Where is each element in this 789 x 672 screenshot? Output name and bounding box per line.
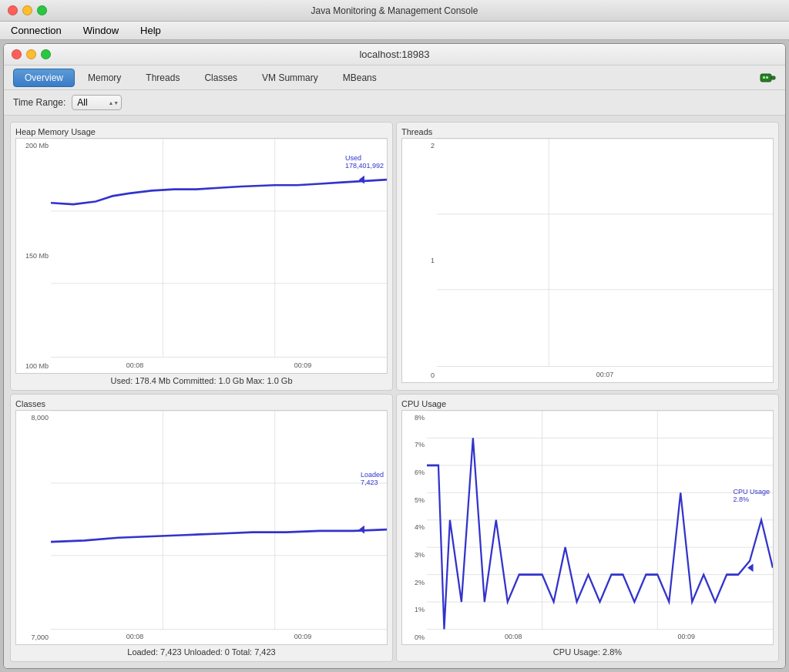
heap-y-150: 150 Mb (16, 252, 51, 260)
menu-connection[interactable]: Connection (6, 23, 66, 38)
classes-svg (51, 411, 387, 630)
window-controls[interactable] (8, 5, 47, 15)
cpu-y-0: 0% (402, 633, 427, 641)
app-title: Java Monitoring & Management Console (311, 5, 478, 16)
cpu-chart: 8% 7% 6% 5% 4% 3% 2% 1% 0% (401, 410, 774, 646)
heap-svg (51, 139, 387, 358)
heap-chart-inner: Used 178,401,992 (51, 139, 387, 358)
svg-marker-34 (747, 563, 753, 572)
inner-minimize-button[interactable] (26, 49, 36, 59)
cpu-legend: CPU Usage 2.8% (733, 488, 770, 503)
classes-y-axis: 8,000 7,000 (16, 411, 51, 645)
cpu-y-7: 7% (402, 441, 427, 449)
minimize-button[interactable] (22, 5, 32, 15)
charts-grid: Heap Memory Usage 200 Mb 150 Mb 100 Mb (4, 116, 785, 668)
threads-chart-inner (437, 139, 773, 367)
main-window: localhost:18983 Overview Memory Threads … (3, 43, 786, 669)
cpu-footer: CPU Usage: 2.8% (401, 645, 774, 657)
cpu-x-0009: 00:09 (677, 633, 695, 640)
menu-bar: Connection Window Help (0, 22, 789, 40)
tab-classes[interactable]: Classes (193, 69, 249, 87)
svg-rect-2 (763, 76, 765, 79)
heap-footer: Used: 178.4 Mb Committed: 1.0 Gb Max: 1.… (15, 374, 388, 385)
controls-bar: Time Range: All 1 min 5 min 10 min 1 hou… (4, 90, 785, 116)
threads-panel: Threads 2 1 0 (396, 122, 779, 391)
cpu-y-5: 5% (402, 496, 427, 504)
heap-y-axis: 200 Mb 150 Mb 100 Mb (16, 139, 51, 373)
threads-svg (437, 139, 773, 367)
heap-legend-number: 178,401,992 (345, 162, 384, 170)
heap-y-100: 100 Mb (16, 362, 51, 370)
cpu-svg (427, 411, 773, 630)
svg-rect-1 (771, 76, 775, 79)
classes-footer: Loaded: 7,423 Unloaded: 0 Total: 7,423 (15, 645, 388, 657)
classes-x-axis: 00:08 00:09 (51, 629, 387, 644)
heap-x-0009: 00:09 (294, 361, 312, 369)
heap-legend-value: Used (345, 154, 361, 162)
classes-panel: Classes 8,000 7,000 (10, 394, 393, 663)
cpu-x-axis: 00:08 00:09 (427, 629, 773, 644)
cpu-y-axis: 8% 7% 6% 5% 4% 3% 2% 1% 0% (402, 411, 427, 645)
threads-chart: 2 1 0 00:07 (401, 138, 774, 383)
heap-x-0008: 00:08 (126, 361, 144, 369)
title-bar: Java Monitoring & Management Console (0, 0, 789, 22)
classes-chart: 8,000 7,000 (15, 410, 388, 646)
tab-memory[interactable]: Memory (76, 69, 133, 87)
threads-title: Threads (401, 127, 774, 136)
cpu-chart-inner: CPU Usage 2.8% (427, 411, 773, 630)
menu-help[interactable]: Help (136, 23, 166, 38)
cpu-y-2: 2% (402, 579, 427, 586)
cpu-legend-value: CPU Usage (733, 488, 770, 496)
threads-x-axis: 00:07 (437, 367, 773, 382)
time-range-wrapper[interactable]: All 1 min 5 min 10 min 1 hour (72, 95, 122, 110)
tabs-bar: Overview Memory Threads Classes VM Summa… (4, 66, 785, 90)
inner-title-bar: localhost:18983 (4, 44, 785, 66)
cpu-x-0008: 00:08 (505, 633, 522, 640)
heap-memory-panel: Heap Memory Usage 200 Mb 150 Mb 100 Mb (10, 122, 393, 391)
threads-y-1: 1 (402, 257, 437, 264)
classes-legend-value: Loaded (361, 471, 384, 479)
heap-y-200: 200 Mb (16, 142, 51, 150)
heap-memory-title: Heap Memory Usage (15, 127, 388, 136)
time-range-label: Time Range: (13, 97, 65, 108)
heap-memory-chart: 200 Mb 150 Mb 100 Mb (15, 138, 388, 374)
plugin-icon (759, 69, 777, 87)
classes-y-8000: 8,000 (16, 414, 51, 422)
threads-y-2: 2 (402, 142, 437, 150)
heap-x-axis: 00:08 00:09 (51, 358, 387, 373)
tab-vm-summary[interactable]: VM Summary (250, 69, 330, 87)
inner-window-controls[interactable] (12, 49, 51, 59)
classes-x-0009: 00:09 (294, 633, 312, 640)
tab-overview[interactable]: Overview (13, 69, 75, 87)
cpu-y-4: 4% (402, 523, 427, 531)
time-range-select[interactable]: All 1 min 5 min 10 min 1 hour (72, 95, 122, 110)
classes-x-0008: 00:08 (126, 633, 144, 640)
threads-x-0007: 00:07 (596, 371, 614, 378)
tab-threads[interactable]: Threads (134, 69, 191, 87)
cpu-panel: CPU Usage 8% 7% 6% 5% 4% 3% 2% 1% 0% (396, 394, 779, 663)
svg-rect-3 (766, 76, 768, 79)
classes-chart-inner: Loaded 7,423 (51, 411, 387, 630)
cpu-y-1: 1% (402, 606, 427, 613)
cpu-title: CPU Usage (401, 399, 774, 408)
svg-marker-22 (359, 525, 364, 533)
svg-marker-10 (359, 176, 364, 184)
classes-legend: Loaded 7,423 (361, 471, 384, 486)
cpu-y-6: 6% (402, 469, 427, 476)
heap-legend: Used 178,401,992 (345, 154, 384, 170)
window-title: localhost:18983 (359, 49, 429, 60)
classes-title: Classes (15, 399, 388, 408)
cpu-y-3: 3% (402, 551, 427, 559)
inner-maximize-button[interactable] (41, 49, 51, 59)
close-button[interactable] (8, 5, 18, 15)
menu-window[interactable]: Window (79, 23, 123, 38)
classes-legend-number: 7,423 (361, 479, 378, 486)
cpu-legend-number: 2.8% (733, 496, 749, 503)
threads-y-0: 0 (402, 371, 437, 379)
classes-y-7000: 7,000 (16, 633, 51, 641)
threads-y-axis: 2 1 0 (402, 139, 437, 382)
maximize-button[interactable] (37, 5, 47, 15)
inner-close-button[interactable] (12, 49, 22, 59)
cpu-y-8: 8% (402, 414, 427, 422)
tab-mbeans[interactable]: MBeans (331, 69, 388, 87)
